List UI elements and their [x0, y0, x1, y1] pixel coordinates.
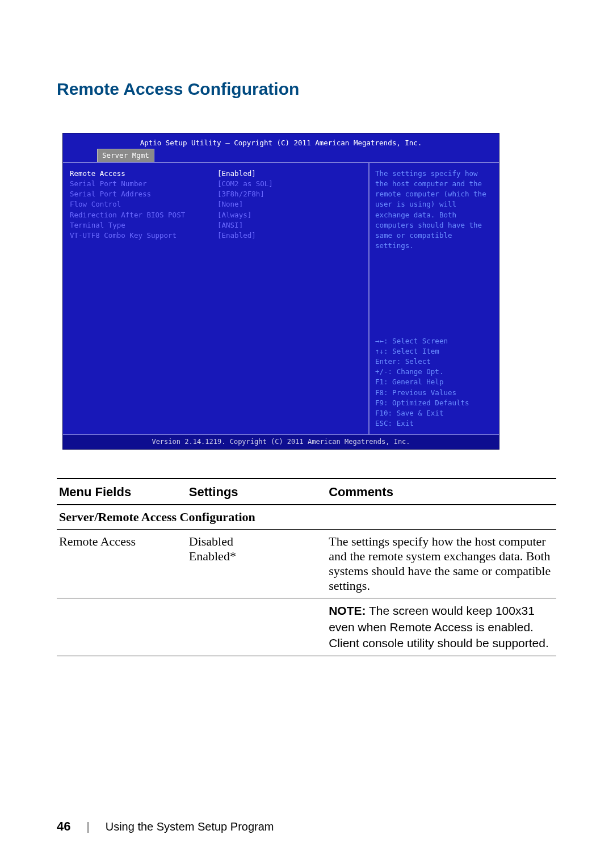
table-section-title: Server/Remote Access Configuration: [57, 505, 556, 530]
bios-row-serial-port-address[interactable]: Serial Port Address [3F8h/2F8h]: [70, 189, 362, 199]
bios-footer: Version 2.14.1219. Copyright (C) 2011 Am…: [63, 434, 499, 449]
bios-label: Terminal Type: [70, 220, 217, 230]
menu-fields-table: Menu Fields Settings Comments Server/Rem…: [57, 478, 556, 656]
bios-key-hint: +/-: Change Opt.: [375, 367, 493, 377]
setting-option: Disabled: [189, 534, 324, 549]
page-number: 46: [57, 819, 70, 834]
bios-label: VT-UTF8 Combo Key Support: [70, 230, 217, 241]
bios-row-serial-port-number[interactable]: Serial Port Number [COM2 as SOL]: [70, 179, 362, 189]
th-comments: Comments: [326, 479, 556, 505]
bios-help-text: The settings specify how the host comput…: [375, 169, 493, 251]
note-label: NOTE:: [329, 604, 366, 617]
bios-key-hint: ↑↓: Select Item: [375, 346, 493, 357]
bios-tab-server-mgmt[interactable]: Server Mgmt: [97, 149, 154, 162]
bios-header: Aptio Setup Utility – Copyright (C) 2011…: [63, 133, 499, 162]
note-block: NOTE: The screen would keep 100x31 even …: [329, 603, 554, 651]
bios-label: Remote Access: [70, 169, 217, 179]
chapter-title: Using the System Setup Program: [106, 820, 274, 833]
footer-separator: |: [86, 820, 89, 833]
bios-row-flow-control[interactable]: Flow Control [None]: [70, 199, 362, 209]
bios-label: Serial Port Address: [70, 189, 217, 199]
table-row: Remote Access Disabled Enabled* The sett…: [57, 530, 556, 598]
bios-key-hint: →←: Select Screen: [375, 336, 493, 346]
table-note-row: NOTE: The screen would keep 100x31 even …: [57, 598, 556, 656]
th-menu-fields: Menu Fields: [57, 479, 187, 505]
bios-label: Redirection After BIOS POST: [70, 210, 217, 220]
bios-row-terminal-type[interactable]: Terminal Type [ANSI]: [70, 220, 362, 230]
bios-value: [ANSI]: [217, 220, 362, 230]
bios-value: [None]: [217, 199, 362, 209]
page-footer: 46 | Using the System Setup Program: [57, 819, 274, 834]
section-title: Remote Access Configuration: [57, 79, 556, 99]
bios-help-pane: The settings specify how the host comput…: [370, 162, 499, 434]
bios-value: [Enabled]: [217, 169, 362, 179]
bios-row-vt-utf8-combo-key-support[interactable]: VT-UTF8 Combo Key Support [Enabled]: [70, 230, 362, 241]
bios-row-remote-access[interactable]: Remote Access [Enabled]: [70, 169, 362, 179]
bios-key-hint: F8: Previous Values: [375, 388, 493, 398]
bios-key-hint: F1: General Help: [375, 377, 493, 387]
bios-label: Serial Port Number: [70, 179, 217, 189]
cell-menu-field: Remote Access: [57, 530, 187, 598]
th-settings: Settings: [187, 479, 326, 505]
cell-settings: Disabled Enabled*: [187, 530, 326, 598]
setting-option: Enabled*: [189, 549, 324, 564]
bios-key-hint: F9: Optimized Defaults: [375, 398, 493, 408]
bios-key-hint: Enter: Select: [375, 357, 493, 367]
bios-screenshot: Aptio Setup Utility – Copyright (C) 2011…: [62, 133, 499, 450]
bios-value: [3F8h/2F8h]: [217, 189, 362, 199]
bios-key-hint: ESC: Exit: [375, 418, 493, 429]
cell-comments: The settings specify how the host comput…: [326, 530, 556, 598]
bios-settings-pane: Remote Access [Enabled] Serial Port Numb…: [63, 162, 370, 434]
bios-row-redirection-after-bios-post[interactable]: Redirection After BIOS POST [Always]: [70, 210, 362, 220]
bios-value: [Enabled]: [217, 230, 362, 241]
bios-label: Flow Control: [70, 199, 217, 209]
bios-value: [Always]: [217, 210, 362, 220]
bios-header-title: Aptio Setup Utility – Copyright (C) 2011…: [65, 137, 497, 148]
bios-key-hints: →←: Select Screen ↑↓: Select Item Enter:…: [375, 336, 493, 429]
bios-key-hint: F10: Save & Exit: [375, 408, 493, 418]
bios-value: [COM2 as SOL]: [217, 179, 362, 189]
